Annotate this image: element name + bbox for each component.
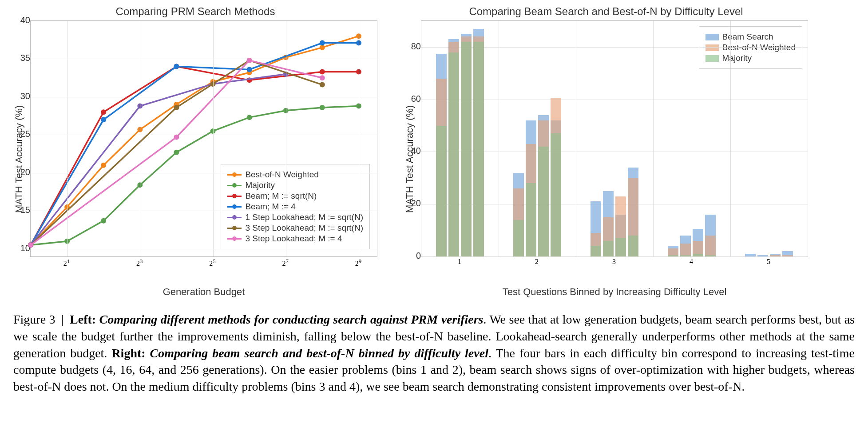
ytick-label: 80: [411, 41, 421, 52]
bar-segment: [551, 133, 561, 256]
right-xaxis: 12345: [421, 257, 807, 270]
legend-entry: Best-of-N Weighted: [227, 170, 363, 180]
bar-segment: [591, 246, 601, 256]
figure-container: Comparing PRM Search Methods MATH Test A…: [0, 0, 868, 404]
bar-segment: [680, 244, 691, 256]
legend-label: Best-of-N Weighted: [245, 170, 318, 180]
line-point: [28, 242, 33, 248]
caption-left-heading: Left:: [70, 312, 96, 326]
legend-label: 1 Step Lookahead; M := sqrt(N): [245, 212, 363, 222]
gridline-h: [31, 59, 377, 59]
legend-label: Beam; M := sqrt(N): [245, 191, 317, 201]
left-xlabel: Generation Budget: [30, 286, 377, 298]
legend-dot-icon: [232, 215, 237, 220]
legend-label: Beam; M := 4: [245, 202, 296, 212]
legend-entry: 1 Step Lookahead; M := sqrt(N): [227, 212, 363, 222]
line-point: [174, 105, 179, 110]
ytick-label: 15: [20, 205, 30, 215]
bar-segment: [436, 126, 447, 256]
legend-swatch-icon: [705, 55, 719, 62]
legend-entry: Beam; M := sqrt(N): [227, 191, 363, 201]
gridline-v: [140, 21, 140, 256]
legend-label: Best-of-N Weighted: [722, 43, 796, 52]
ytick-label: 20: [20, 167, 30, 177]
bar-segment: [705, 236, 716, 256]
bar-segment: [668, 255, 678, 256]
legend-line-icon: [227, 228, 242, 229]
line-point: [320, 82, 325, 88]
legend-entry: Majority: [705, 53, 796, 63]
left-chart-body: MATH Test Accuracy (%) 10152025303540 Be…: [13, 20, 377, 298]
bar-segment: [461, 42, 472, 256]
xtick-label: 4: [690, 258, 693, 266]
bar-segment: [513, 220, 524, 256]
left-chart-title: Comparing PRM Search Methods: [116, 5, 275, 18]
ytick-label: 0: [416, 251, 421, 261]
right-ylabel: MATH Test Accuracy (%): [404, 20, 416, 298]
bar-segment: [745, 254, 756, 256]
bar-segment: [448, 52, 459, 256]
bar-segment: [782, 255, 793, 256]
gridline-v: [213, 21, 214, 256]
gridline-h: [31, 135, 377, 135]
gridline-h: [31, 173, 377, 173]
legend-entry: Beam; M := 4: [227, 202, 363, 212]
bar-segment: [615, 238, 626, 256]
gridline-h: [31, 97, 377, 97]
ytick-label: 35: [20, 53, 30, 63]
line-point: [247, 115, 252, 120]
ytick-label: 20: [411, 198, 421, 208]
bar-segment: [757, 255, 768, 256]
line-point: [320, 75, 325, 80]
legend-dot-icon: [232, 194, 237, 198]
gridline-h: [31, 211, 377, 211]
left-plot-column: Best-of-N WeightedMajorityBeam; M := sqr…: [30, 20, 377, 298]
line-point: [320, 105, 325, 110]
line-point: [320, 40, 325, 46]
legend-entry: 3 Step Lookahead; M := sqrt(N): [227, 223, 363, 233]
caption-figure-label: Figure 3: [13, 312, 55, 326]
bar-segment: [603, 241, 614, 256]
right-xlabel: Test Questions Binned by Increasing Diff…: [421, 286, 808, 298]
caption-right-title: Comparing beam search and best-of-N binn…: [150, 346, 488, 360]
ytick-label: 25: [20, 129, 30, 139]
xtick-label: 1: [458, 258, 461, 266]
xtick-label: 27: [282, 258, 289, 268]
gridline-v: [67, 21, 67, 256]
gridline-v: [286, 21, 286, 256]
xtick-label: 3: [612, 258, 616, 266]
bar-segment: [526, 183, 536, 256]
gridline-h: [31, 249, 377, 249]
legend-line-icon: [227, 174, 242, 176]
left-legend: Best-of-N WeightedMajorityBeam; M := sqr…: [221, 164, 370, 249]
legend-entry: Beam Search: [705, 32, 796, 42]
right-plot-area: Beam SearchBest-of-N WeightedMajority: [421, 20, 808, 257]
right-chart-title: Comparing Beam Search and Best-of-N by D…: [469, 5, 743, 18]
xtick-label: 25: [209, 258, 216, 268]
gridline-v: [730, 21, 731, 256]
legend-dot-icon: [232, 226, 237, 230]
legend-label: Majority: [722, 53, 752, 63]
legend-label: Beam Search: [722, 32, 773, 42]
legend-dot-icon: [232, 183, 237, 188]
right-chart-panel: Comparing Beam Search and Best-of-N by D…: [404, 5, 808, 298]
bar-segment: [705, 255, 716, 256]
gridline-v: [499, 21, 499, 256]
legend-line-icon: [227, 238, 242, 240]
legend-dot-icon: [232, 204, 237, 209]
legend-label: Majority: [245, 180, 275, 190]
figure-caption: Figure 3 | Left: Comparing different met…: [13, 311, 855, 395]
gridline-h: [31, 21, 377, 21]
xtick-label: 2: [535, 258, 539, 266]
caption-left-title: Comparing different methods for conducti…: [99, 312, 484, 326]
bar-segment: [538, 147, 549, 256]
gridline-v: [359, 21, 359, 256]
caption-right-heading: Right:: [111, 346, 145, 360]
gridline-v: [653, 21, 654, 256]
gridline-v: [808, 21, 808, 256]
line-point: [101, 109, 106, 115]
legend-dot-icon: [232, 236, 237, 241]
legend-label: 3 Step Lookahead; M := sqrt(N): [245, 223, 363, 233]
right-plot-column: Beam SearchBest-of-N WeightedMajority 12…: [421, 20, 808, 298]
left-xaxis: 2123252729: [30, 257, 377, 270]
